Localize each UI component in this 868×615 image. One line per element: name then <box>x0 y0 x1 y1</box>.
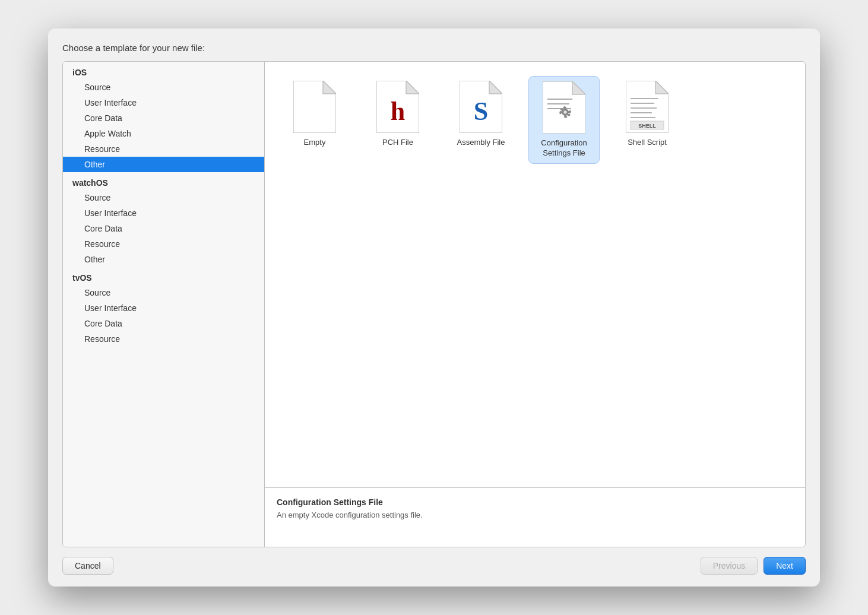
sidebar-item-watchos-userinterface[interactable]: User Interface <box>63 205 264 221</box>
dialog: Choose a template for your new file: iOS… <box>48 28 820 587</box>
pch-file-icon: h <box>376 81 419 133</box>
sidebar-item-watchos-resource[interactable]: Resource <box>63 236 264 252</box>
svg-text:S: S <box>474 97 488 126</box>
sidebar-item-ios-coredata[interactable]: Core Data <box>63 110 264 126</box>
description-panel: Configuration Settings File An empty Xco… <box>265 487 805 547</box>
file-item-pch[interactable]: h PCH File <box>362 76 433 164</box>
svg-rect-23 <box>560 109 563 110</box>
dialog-footer: Cancel Previous Next <box>62 557 806 575</box>
svg-marker-6 <box>489 81 502 94</box>
file-label-pch: PCH File <box>382 138 413 148</box>
sidebar-item-watchos-other[interactable]: Other <box>63 252 264 267</box>
previous-button[interactable]: Previous <box>701 557 758 575</box>
sidebar-item-tvos-source[interactable]: Source <box>63 285 264 300</box>
empty-file-icon <box>293 81 336 133</box>
svg-marker-9 <box>572 81 585 94</box>
description-text: An empty Xcode configuration settings fi… <box>277 511 793 519</box>
svg-marker-26 <box>655 81 669 94</box>
file-label-assembly: Assembly File <box>457 138 505 148</box>
file-label-shell: Shell Script <box>628 138 667 148</box>
sidebar-item-tvos-coredata[interactable]: Core Data <box>63 316 264 331</box>
svg-text:SHELL: SHELL <box>638 123 656 129</box>
sidebar-item-watchos-coredata[interactable]: Core Data <box>63 221 264 236</box>
svg-marker-3 <box>406 81 419 94</box>
cancel-button[interactable]: Cancel <box>62 557 113 575</box>
file-item-empty[interactable]: Empty <box>279 76 350 164</box>
file-label-empty: Empty <box>304 138 326 148</box>
sidebar-group-ios: iOS <box>63 62 264 80</box>
sidebar: iOS Source User Interface Core Data Appl… <box>63 62 265 547</box>
svg-point-14 <box>563 110 567 114</box>
content-area: iOS Source User Interface Core Data Appl… <box>62 61 806 547</box>
description-title: Configuration Settings File <box>277 497 793 507</box>
file-item-assembly[interactable]: S Assembly File <box>445 76 517 164</box>
file-item-shell[interactable]: SHELL Shell Script <box>612 76 683 164</box>
svg-rect-20 <box>568 114 570 116</box>
sidebar-group-watchos: watchOS <box>63 172 264 190</box>
nav-buttons: Previous Next <box>701 557 806 575</box>
svg-marker-1 <box>323 81 336 94</box>
config-file-icon <box>543 81 585 134</box>
sidebar-item-ios-userinterface[interactable]: User Interface <box>63 95 264 110</box>
sidebar-item-ios-applewatch[interactable]: Apple Watch <box>63 126 264 141</box>
file-label-config: Configuration Settings File <box>534 138 594 158</box>
sidebar-item-tvos-resource[interactable]: Resource <box>63 331 264 347</box>
dialog-title: Choose a template for your new file: <box>62 43 806 53</box>
sidebar-item-ios-source[interactable]: Source <box>63 80 264 95</box>
next-button[interactable]: Next <box>764 557 806 575</box>
sidebar-item-watchos-source[interactable]: Source <box>63 190 264 205</box>
svg-text:h: h <box>391 97 405 126</box>
shell-file-icon: SHELL <box>626 81 669 133</box>
file-item-config[interactable]: Configuration Settings File <box>528 76 600 164</box>
main-panel: Empty h PCH File <box>265 62 805 547</box>
sidebar-item-tvos-userinterface[interactable]: User Interface <box>63 300 264 316</box>
assembly-file-icon: S <box>460 81 502 133</box>
sidebar-item-ios-other[interactable]: Other <box>63 157 264 172</box>
file-grid: Empty h PCH File <box>265 62 805 487</box>
sidebar-group-tvos: tvOS <box>63 267 264 285</box>
sidebar-item-ios-resource[interactable]: Resource <box>63 141 264 157</box>
